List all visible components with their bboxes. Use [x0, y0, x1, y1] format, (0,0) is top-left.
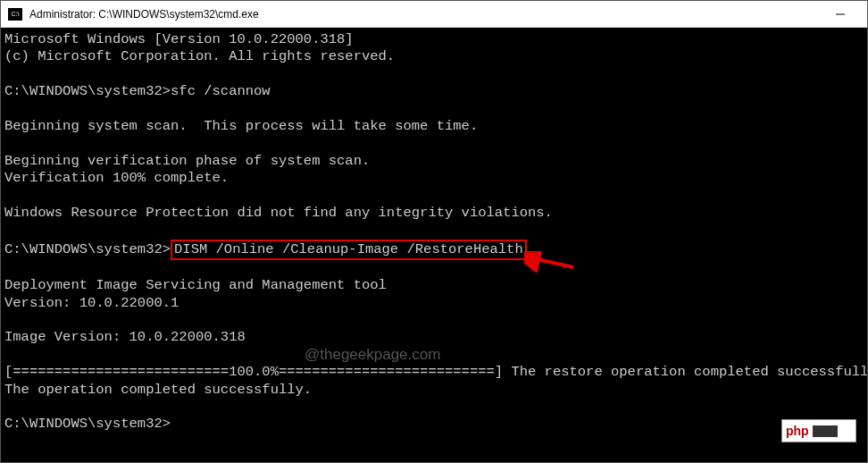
dism-version-line: Version: 10.0.22000.1	[4, 295, 179, 311]
svg-line-2	[533, 258, 573, 267]
badge-suffix: xx	[813, 425, 838, 437]
php-badge: php xx	[781, 419, 856, 442]
badge-label: php	[786, 424, 809, 438]
minimize-button[interactable]	[820, 1, 860, 28]
progress-line: [==========================100.0%=======…	[4, 364, 868, 380]
prompt: C:\WINDOWS\system32>	[4, 241, 171, 257]
prompt: C:\WINDOWS\system32>	[4, 83, 171, 99]
copyright-line: (c) Microsoft Corporation. All rights re…	[4, 48, 395, 64]
verification-begin-line: Beginning verification phase of system s…	[4, 153, 370, 169]
sfc-command: sfc /scannow	[171, 83, 271, 99]
verification-complete-line: Verification 100% complete.	[4, 170, 229, 186]
dism-command-highlight: DISM /Online /Cleanup-Image /RestoreHeal…	[171, 240, 527, 260]
window-title: Administrator: C:\WINDOWS\system32\cmd.e…	[29, 8, 813, 21]
scan-begin-line: Beginning system scan. This process will…	[4, 118, 478, 134]
image-version-line: Image Version: 10.0.22000.318	[4, 329, 246, 345]
protection-result-line: Windows Resource Protection did not find…	[4, 205, 553, 221]
terminal-output[interactable]: Microsoft Windows [Version 10.0.22000.31…	[1, 28, 867, 437]
dism-tool-line: Deployment Image Servicing and Managemen…	[4, 277, 387, 293]
watermark: @thegeekpage.com	[305, 346, 440, 364]
prompt: C:\WINDOWS\system32>	[4, 416, 171, 432]
version-line: Microsoft Windows [Version 10.0.22000.31…	[4, 31, 354, 47]
cmd-icon	[8, 8, 22, 21]
operation-complete-line: The operation completed successfully.	[4, 382, 312, 398]
dism-command: DISM /Online /Cleanup-Image /RestoreHeal…	[174, 241, 523, 257]
window-controls	[820, 1, 860, 28]
arrow-icon	[524, 251, 578, 273]
titlebar: Administrator: C:\WINDOWS\system32\cmd.e…	[1, 1, 867, 28]
